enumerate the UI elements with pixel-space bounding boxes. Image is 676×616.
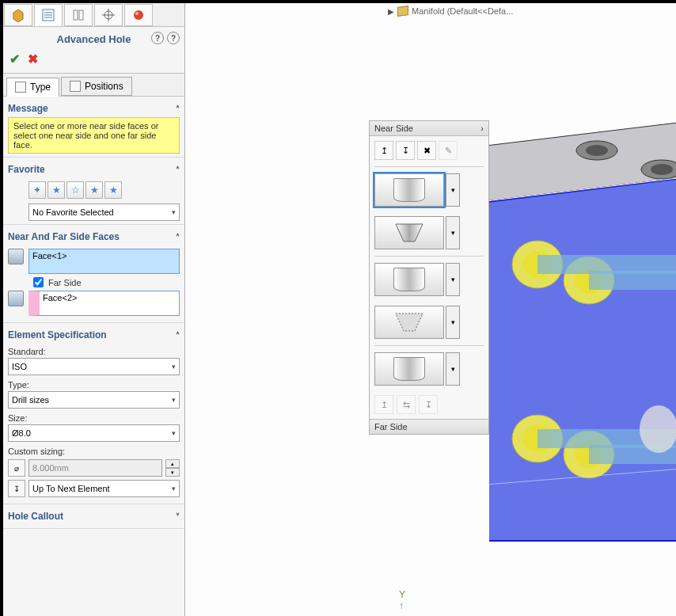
svg-rect-25 (589, 271, 676, 290)
customsizing-label: Custom sizing: (8, 447, 180, 456)
section-message: Message˄ Select one or more near side fa… (3, 97, 184, 158)
taper-icon (391, 310, 427, 334)
panel-tab-feature[interactable] (4, 4, 32, 26)
section-header-message[interactable]: Message˄ (8, 100, 180, 117)
manifold-3d-render (489, 98, 676, 542)
list-icon (42, 9, 55, 21)
chevron-up-icon: ˄ (176, 105, 180, 113)
svg-point-14 (586, 145, 608, 156)
size-select[interactable]: Ø8.0▾ (8, 424, 180, 442)
type-select[interactable]: Drill sizes▾ (8, 391, 180, 409)
depth-icon: ↧ (8, 480, 25, 497)
cube-orange-icon (11, 8, 25, 22)
favorite-load[interactable]: ★ (104, 181, 122, 199)
help-icon[interactable]: ? (167, 32, 180, 44)
ball-icon (132, 9, 145, 21)
depth-select[interactable]: Up To Next Element▾ (28, 480, 180, 497)
add-above-button[interactable]: ↥ (374, 141, 393, 160)
standard-select[interactable]: ISO▾ (8, 358, 180, 375)
add-below-button[interactable]: ↧ (396, 141, 415, 160)
section-header-callout[interactable]: Hole Callout˅ (8, 508, 180, 525)
hole-profile-5-dropdown[interactable]: ▾ (446, 352, 460, 386)
tab-positions[interactable]: Positions (61, 77, 132, 96)
svg-point-16 (651, 164, 673, 175)
standard-label: Standard: (8, 347, 180, 356)
feature-tabbar: Type Positions (3, 74, 184, 97)
chevron-down-icon: ▾ (172, 208, 176, 216)
chevron-right-icon: › (480, 124, 484, 133)
property-panel: Advanced Hole ? ? ✔ ✖ Type Positions Mes… (3, 3, 185, 616)
far-side-checkbox-input[interactable] (33, 277, 44, 287)
footer-tool-1: ↥ (374, 395, 393, 414)
hole-profile-3-dropdown[interactable]: ▾ (446, 263, 460, 296)
hole-profile-4-dropdown[interactable]: ▾ (446, 306, 460, 339)
chevron-down-icon: ▾ (172, 429, 176, 437)
section-element-spec: Element Specification˄ Standard: ISO▾ Ty… (3, 323, 184, 504)
hole-profile-3[interactable] (374, 263, 444, 296)
panel-tab-config[interactable] (64, 4, 93, 26)
svg-point-32 (640, 405, 676, 453)
favorite-delete[interactable]: ☆ (66, 181, 84, 199)
hole-profile-1-dropdown[interactable]: ▾ (446, 173, 460, 207)
config-icon (72, 9, 85, 21)
far-side-checkbox[interactable]: Far Side (33, 277, 180, 287)
section-favorite: Favorite˄ ✦ ★ ☆ ★ ★ No Favorite Selected… (3, 158, 184, 225)
chevron-up-icon: ˄ (176, 165, 180, 174)
confirm-bar: ✔ ✖ (3, 48, 184, 74)
near-side-flyout: Near Side› ↥ ↧ ✖ ✎ ▾ ▾ ▾ (369, 120, 489, 435)
chevron-up-icon: ˄ (176, 233, 180, 241)
positions-icon (70, 81, 81, 92)
panel-tab-bar (3, 3, 184, 27)
section-faces: Near And Far Side Faces˄ Face<1> Far Sid… (3, 225, 184, 323)
taper-icon (391, 221, 427, 245)
far-side-header[interactable]: Far Side (370, 419, 488, 434)
favorite-save[interactable]: ★ (85, 181, 103, 199)
favorite-toolbar: ✦ ★ ☆ ★ ★ (8, 178, 180, 202)
hole-profile-4[interactable] (374, 306, 444, 339)
hole-profile-2-dropdown[interactable]: ▾ (446, 216, 460, 249)
hole-profile-1[interactable] (374, 173, 444, 207)
chevron-down-icon: ▾ (172, 363, 176, 371)
favorite-add[interactable]: ★ (47, 181, 65, 199)
3d-viewport[interactable] (489, 3, 676, 616)
custom-size-spinner[interactable]: ▴▾ (165, 459, 180, 477)
type-label: Type: (8, 380, 180, 390)
near-side-header[interactable]: Near Side› (370, 121, 488, 136)
near-face-field[interactable]: Face<1> (28, 249, 180, 274)
hole-profile-2[interactable] (374, 216, 444, 249)
cancel-button[interactable]: ✖ (28, 51, 38, 67)
svg-marker-18 (489, 179, 676, 540)
viewport-area: ▶ Manifold (Default<<Defa... Near Side› … (185, 3, 676, 616)
section-header-faces[interactable]: Near And Far Side Faces˄ (8, 228, 180, 245)
far-face-field[interactable]: Face<2> (28, 291, 180, 316)
chevron-down-icon: ▾ (172, 396, 176, 404)
section-hole-callout: Hole Callout˅ (3, 504, 184, 529)
panel-tab-properties[interactable] (34, 4, 63, 26)
footer-tool-2: ⇆ (397, 395, 416, 414)
type-icon (15, 82, 26, 93)
far-face-icon[interactable] (8, 291, 24, 306)
panel-tab-target[interactable] (94, 4, 123, 26)
help-icon[interactable]: ? (151, 32, 164, 44)
svg-rect-5 (74, 10, 78, 20)
section-header-favorite[interactable]: Favorite˄ (8, 161, 180, 178)
disabled-button: ✎ (439, 141, 458, 160)
size-label: Size: (8, 413, 180, 423)
footer-tool-3: ↧ (419, 395, 438, 414)
tree-expand-icon: ▶ (388, 7, 394, 16)
hole-profile-5[interactable] (374, 352, 444, 386)
favorite-apply[interactable]: ✦ (28, 181, 46, 199)
chevron-up-icon: ˄ (176, 331, 180, 340)
section-header-elementspec[interactable]: Element Specification˄ (8, 326, 180, 344)
message-text: Select one or more near side faces or se… (8, 117, 180, 154)
near-face-icon[interactable] (8, 249, 24, 264)
delete-element-button[interactable]: ✖ (417, 141, 436, 160)
panel-tab-appearance[interactable] (124, 4, 153, 26)
tab-type[interactable]: Type (6, 78, 59, 97)
favorite-select[interactable]: No Favorite Selected▾ (28, 203, 180, 221)
part-icon (397, 6, 408, 17)
panel-title: Advanced Hole ? ? (3, 27, 184, 48)
svg-point-11 (135, 12, 139, 15)
chevron-down-icon: ˅ (176, 512, 180, 521)
ok-button[interactable]: ✔ (9, 51, 20, 67)
